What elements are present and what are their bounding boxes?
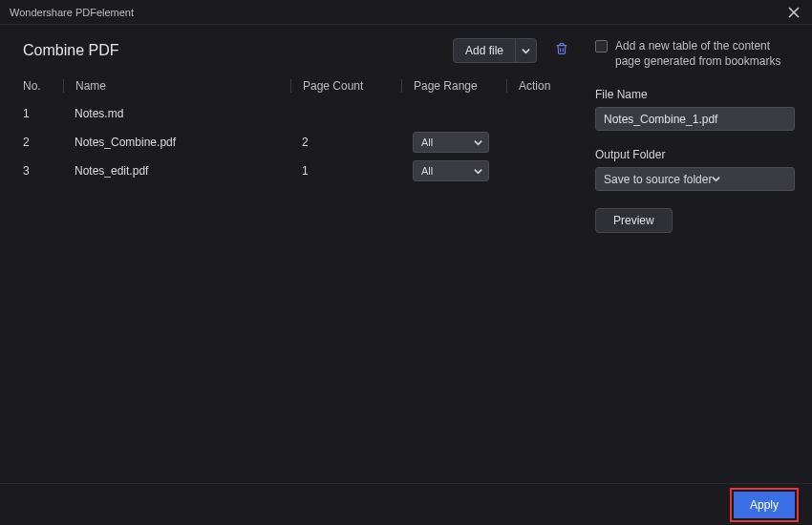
footer: Apply [0, 483, 812, 525]
table-body: 1Notes.md2Notes_Combine.pdf2All3Notes_ed… [23, 99, 569, 185]
cell-page-range: All [401, 160, 506, 181]
chevron-down-icon [712, 175, 720, 183]
cell-page-count: 1 [290, 164, 401, 178]
output-folder-select[interactable]: Save to source folder [595, 167, 795, 191]
file-name-label: File Name [595, 88, 795, 101]
toc-checkbox-label: Add a new table of the content page gene… [615, 38, 795, 69]
cell-name: Notes_edit.pdf [63, 164, 290, 178]
chevron-down-icon [474, 167, 482, 176]
table-header: No. Name Page Count Page Range Action [23, 73, 569, 99]
col-page-count: Page Count [290, 79, 401, 93]
cell-name: Notes_Combine.pdf [63, 136, 290, 149]
file-list-panel: Combine PDF Add file No. Name Page Count… [0, 25, 583, 483]
page-range-select[interactable]: All [413, 160, 489, 181]
page-range-select[interactable]: All [413, 132, 489, 153]
cell-name: Notes.md [63, 107, 290, 120]
apply-highlight: Apply [730, 488, 799, 522]
output-folder-label: Output Folder [595, 148, 795, 161]
toc-checkbox[interactable] [595, 40, 608, 52]
add-file-dropdown-button[interactable] [515, 39, 536, 62]
col-page-range: Page Range [401, 79, 506, 93]
output-folder-value: Save to source folder [604, 173, 712, 186]
col-name: Name [63, 79, 290, 93]
apply-button[interactable]: Apply [734, 492, 795, 518]
add-file-button-group: Add file [453, 38, 537, 63]
col-action: Action [506, 79, 569, 93]
cell-no: 2 [23, 136, 63, 149]
table-row[interactable]: 2Notes_Combine.pdf2All [23, 128, 569, 157]
cell-no: 3 [23, 164, 63, 178]
table-row[interactable]: 1Notes.md [23, 99, 569, 128]
trash-icon[interactable] [554, 41, 569, 60]
settings-panel: Add a new table of the content page gene… [583, 25, 812, 483]
cell-no: 1 [23, 107, 63, 120]
page-title: Combine PDF [23, 42, 118, 59]
close-icon[interactable] [785, 4, 802, 21]
cell-page-count: 2 [290, 136, 401, 149]
preview-button[interactable]: Preview [595, 208, 673, 233]
chevron-down-icon [474, 138, 482, 147]
col-no: No. [23, 79, 63, 93]
table-row[interactable]: 3Notes_edit.pdf1All [23, 157, 569, 185]
title-bar: Wondershare PDFelement [0, 0, 812, 25]
cell-page-range: All [401, 132, 506, 153]
file-name-input[interactable] [595, 107, 795, 131]
app-title: Wondershare PDFelement [10, 7, 134, 18]
add-file-button[interactable]: Add file [454, 39, 515, 62]
